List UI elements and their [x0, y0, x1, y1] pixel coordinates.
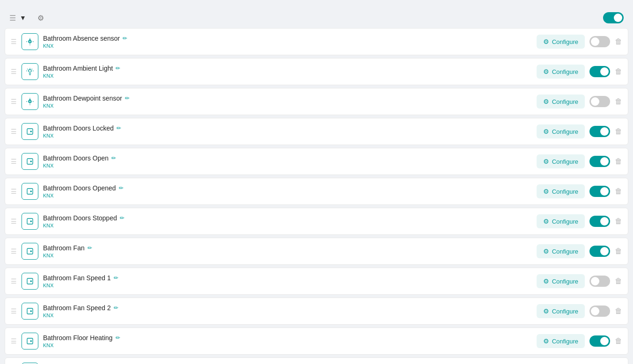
drag-handle[interactable]: ☰ [11, 38, 17, 45]
configure-button[interactable]: ⚙ Configure [537, 334, 585, 348]
svg-rect-32 [27, 308, 33, 314]
delete-icon[interactable]: 🗑 [615, 217, 622, 226]
svg-point-31 [30, 281, 31, 282]
drag-handle[interactable]: ☰ [11, 307, 17, 315]
device-row: ☰ Bathroom Floor Heating ✏ KNX ⚙ Configu… [5, 328, 628, 355]
device-info: Bathroom Fan Speed 2 ✏ KNX [43, 304, 532, 318]
drag-handle[interactable]: ☰ [11, 277, 17, 285]
svg-point-23 [30, 161, 31, 162]
device-name: Bathroom Fan Speed 1 ✏ [43, 274, 532, 282]
device-toggle[interactable] [589, 156, 610, 167]
edit-icon[interactable]: ✏ [87, 245, 92, 251]
device-toggle[interactable] [589, 335, 610, 347]
group-header: ☰ ▼ ⚙ [0, 7, 633, 28]
configure-button[interactable]: ⚙ Configure [537, 65, 585, 79]
edit-icon[interactable]: ✏ [116, 125, 121, 131]
drag-handle[interactable]: ☰ [11, 188, 17, 195]
chevron-icon[interactable]: ▼ [20, 14, 26, 22]
configure-button[interactable]: ⚙ Configure [537, 214, 585, 228]
svg-point-21 [30, 131, 31, 132]
hamburger-icon[interactable]: ☰ [9, 14, 16, 22]
configure-button[interactable]: ⚙ Configure [537, 244, 585, 258]
device-toggle[interactable] [589, 186, 610, 197]
device-icon [22, 303, 38, 320]
edit-icon[interactable]: ✏ [114, 275, 118, 281]
device-name: Bathroom Fan Speed 2 ✏ [43, 304, 532, 312]
device-toggle[interactable] [589, 246, 610, 257]
delete-icon[interactable]: 🗑 [615, 67, 622, 76]
device-toggle[interactable] [589, 66, 610, 77]
configure-button[interactable]: ⚙ Configure [537, 95, 585, 109]
device-toggle[interactable] [589, 216, 610, 227]
svg-line-8 [27, 69, 28, 69]
device-row: ☰ Bathroom Doors Stopped ✏ KNX ⚙ Configu… [5, 208, 628, 235]
configure-button[interactable]: ⚙ Configure [537, 35, 585, 49]
device-toggle[interactable] [589, 126, 610, 137]
configure-label: Configure [552, 308, 578, 315]
edit-icon[interactable]: ✏ [116, 65, 120, 72]
edit-icon[interactable]: ✏ [120, 215, 124, 221]
drag-handle[interactable]: ☰ [11, 68, 17, 75]
configure-label: Configure [552, 218, 578, 225]
svg-point-33 [30, 311, 31, 312]
device-name: Bathroom Doors Open ✏ [43, 154, 532, 162]
device-type: KNX [43, 163, 532, 168]
configure-gear-icon: ⚙ [543, 38, 549, 45]
device-name: Bathroom Doors Opened ✏ [43, 184, 532, 192]
device-toggle[interactable] [589, 276, 610, 287]
group-settings-icon[interactable]: ⚙ [37, 14, 44, 22]
edit-icon[interactable]: ✏ [123, 35, 127, 42]
delete-icon[interactable]: 🗑 [615, 337, 622, 345]
delete-icon[interactable]: 🗑 [615, 277, 622, 285]
configure-gear-icon: ⚙ [543, 128, 549, 135]
drag-handle[interactable]: ☰ [11, 128, 17, 135]
delete-icon[interactable]: 🗑 [615, 127, 622, 136]
device-type: KNX [43, 342, 532, 348]
delete-icon[interactable]: 🗑 [615, 247, 622, 255]
delete-icon[interactable]: 🗑 [615, 187, 622, 196]
configure-gear-icon: ⚙ [543, 248, 549, 255]
device-type: KNX [43, 133, 532, 138]
configure-button[interactable]: ⚙ Configure [537, 184, 585, 198]
device-info: Bathroom Doors Stopped ✏ KNX [43, 214, 532, 228]
delete-icon[interactable]: 🗑 [615, 157, 622, 166]
drag-handle[interactable]: ☰ [11, 98, 17, 105]
drag-handle[interactable]: ☰ [11, 337, 17, 345]
device-toggle[interactable] [589, 96, 610, 107]
configure-label: Configure [552, 68, 578, 75]
drag-handle[interactable]: ☰ [11, 158, 17, 165]
delete-icon[interactable]: 🗑 [615, 307, 622, 315]
drag-handle[interactable]: ☰ [11, 218, 17, 225]
configure-button[interactable]: ⚙ Configure [537, 124, 585, 138]
device-row: ☰ Bathroom Humidity sensor ✏ KNX ⚙ Confi… [5, 357, 628, 364]
drag-handle[interactable]: ☰ [11, 248, 17, 255]
svg-point-27 [30, 221, 31, 222]
delete-icon[interactable]: 🗑 [615, 97, 622, 106]
svg-point-25 [30, 191, 31, 192]
svg-rect-30 [27, 278, 33, 284]
svg-rect-20 [27, 129, 33, 134]
svg-point-29 [30, 251, 31, 252]
delete-icon[interactable]: 🗑 [615, 37, 622, 46]
group-toggle[interactable] [603, 12, 624, 23]
configure-label: Configure [552, 188, 578, 195]
configure-gear-icon: ⚙ [543, 277, 549, 285]
device-toggle[interactable] [589, 306, 610, 317]
edit-icon[interactable]: ✏ [114, 305, 118, 311]
device-icon [22, 153, 38, 170]
configure-button[interactable]: ⚙ Configure [537, 274, 585, 288]
svg-rect-22 [27, 159, 33, 164]
configure-button[interactable]: ⚙ Configure [537, 154, 585, 168]
device-icon [22, 333, 38, 349]
edit-icon[interactable]: ✏ [116, 335, 120, 341]
edit-icon[interactable]: ✏ [125, 95, 130, 102]
configure-button[interactable]: ⚙ Configure [537, 304, 585, 318]
device-row: ☰ Bathroom Fan Speed 1 ✏ KNX ⚙ Configure [5, 268, 628, 295]
edit-icon[interactable]: ✏ [111, 155, 116, 161]
edit-icon[interactable]: ✏ [119, 185, 124, 191]
device-type: KNX [43, 283, 532, 288]
device-type: KNX [43, 73, 532, 79]
device-toggle[interactable] [589, 36, 610, 47]
device-info: Bathroom Fan Speed 1 ✏ KNX [43, 274, 532, 288]
configure-gear-icon: ⚙ [543, 307, 549, 315]
